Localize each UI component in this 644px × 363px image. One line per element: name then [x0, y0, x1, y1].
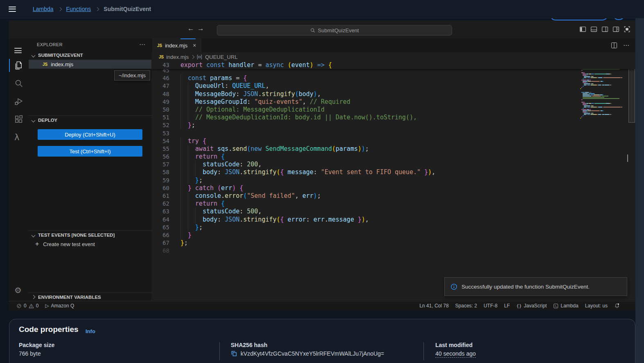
- code-line[interactable]: 57statusCode: 200,: [151, 161, 635, 168]
- problems-counter[interactable]: 0 0: [16, 303, 38, 309]
- breadcrumb-file[interactable]: index.mjs: [166, 54, 189, 60]
- code-line[interactable]: 66}: [151, 231, 635, 239]
- code-line[interactable]: 46const params = {: [151, 74, 635, 82]
- project-section-header[interactable]: SUBMITQUIZEVENT: [29, 51, 151, 60]
- code-editor-area[interactable]: 4546const params = {47QueueUrl: QUEUE_UR…: [151, 61, 635, 300]
- info-link[interactable]: Info: [86, 328, 95, 334]
- explorer-title: EXPLORER: [37, 42, 63, 47]
- indentation[interactable]: Spaces: 2: [455, 303, 477, 309]
- code-line[interactable]: 50// Optional: MessageDeduplicationId: [151, 106, 635, 114]
- layout-sidebar-left-icon[interactable]: [579, 26, 586, 33]
- encoding[interactable]: UTF-8: [484, 303, 498, 309]
- active-tab-indicator: [180, 38, 196, 39]
- code-line[interactable]: 54try {: [151, 137, 635, 145]
- run-debug-icon[interactable]: [9, 92, 29, 110]
- create-test-event[interactable]: + Create new test event: [29, 240, 158, 249]
- cursor-position[interactable]: Ln 41, Col 78: [419, 303, 448, 309]
- code-line[interactable]: 63statusCode: 500,: [151, 208, 635, 215]
- symbol-variable-icon: [196, 54, 203, 60]
- bell-icon[interactable]: [614, 303, 620, 309]
- breadcrumb-symbol[interactable]: QUEUE_URL: [205, 54, 237, 60]
- code-line[interactable]: 68: [151, 247, 635, 255]
- code-text: MessageGroupId: "quiz-events", // Requir…: [180, 98, 350, 106]
- code-line[interactable]: 65};: [151, 224, 635, 231]
- split-editor-icon[interactable]: [611, 42, 617, 49]
- file-path-tooltip: ~/index.mjs: [114, 70, 150, 81]
- breadcrumb-functions[interactable]: Functions: [66, 6, 91, 12]
- amazon-q-label: Amazon Q: [51, 303, 74, 309]
- code-text: };: [180, 121, 195, 129]
- last-modified-time[interactable]: 40 seconds ago: [435, 350, 476, 358]
- code-line[interactable]: 52};: [151, 121, 635, 129]
- sticky-scroll-line[interactable]: 43export const handler = async (event) =…: [151, 61, 635, 69]
- code-line[interactable]: 43export const handler = async (event) =…: [151, 61, 635, 69]
- file-item-indexmjs[interactable]: JS index.mjs: [29, 60, 151, 69]
- panel-title: Code properties: [19, 325, 79, 334]
- aws-lambda-icon[interactable]: λ: [9, 128, 29, 146]
- keyboard-layout[interactable]: Layout: us: [585, 303, 608, 309]
- search-icon[interactable]: [9, 74, 29, 92]
- breadcrumb-lambda[interactable]: Lambda: [33, 6, 54, 12]
- search-icon: [310, 28, 315, 33]
- command-center-search[interactable]: SubmitQuizEvent: [217, 25, 452, 36]
- environment-variables-section-header[interactable]: ENVIRONMENT VARIABLES: [29, 292, 155, 301]
- minimap[interactable]: [580, 61, 627, 131]
- test-events-section-header[interactable]: TEST EVENTS [NONE SELECTED]: [29, 230, 155, 240]
- code-text: await sqs.send(new SendMessageCommand(pa…: [180, 145, 369, 153]
- code-line[interactable]: 64body: JSON.stringify({ error: err.mess…: [151, 216, 635, 224]
- copy-icon[interactable]: [231, 350, 237, 357]
- code-properties-panel: Code properties Info Package size 766 by…: [9, 319, 635, 363]
- code-line[interactable]: 58body: JSON.stringify({ message: "Event…: [151, 168, 635, 176]
- language-mode[interactable]: {} JavaScript: [516, 303, 547, 309]
- line-number: 46: [151, 74, 169, 82]
- code-line[interactable]: 53: [151, 130, 635, 137]
- scrollbar-thumb[interactable]: [628, 61, 635, 123]
- code-text: };: [180, 177, 203, 184]
- code-line[interactable]: 47QueueUrl: QUEUE_URL,: [151, 82, 635, 90]
- eol[interactable]: LF: [504, 303, 510, 309]
- js-file-icon: JS: [157, 43, 162, 48]
- notification-toast[interactable]: Successfully updated the function Submit…: [444, 277, 627, 296]
- deploy-button[interactable]: Deploy (Ctrl+Shift+U): [38, 129, 142, 140]
- forward-icon[interactable]: →: [197, 25, 204, 33]
- close-icon[interactable]: ×: [193, 42, 196, 49]
- breadcrumb-submitquizevent: SubmitQuizEvent: [104, 6, 151, 12]
- line-number: 65: [151, 224, 169, 231]
- code-line[interactable]: 61console.error("Send failed", err);: [151, 192, 635, 200]
- layout-sidebar-right-icon[interactable]: [601, 26, 608, 33]
- code-line[interactable]: 67};: [151, 239, 635, 247]
- code-line[interactable]: 55await sqs.send(new SendMessageCommand(…: [151, 145, 635, 153]
- line-number: 60: [151, 184, 169, 192]
- explorer-more-icon[interactable]: ⋯: [139, 41, 146, 48]
- tab-strip: JS index.mjs × ⋯: [151, 38, 635, 52]
- screen-full-icon[interactable]: [624, 26, 630, 33]
- layout-panel-icon[interactable]: [590, 26, 597, 33]
- customize-layout-icon[interactable]: [612, 26, 619, 33]
- code-line[interactable]: 48MessageBody: JSON.stringify(body),: [151, 90, 635, 98]
- back-icon[interactable]: ←: [187, 25, 194, 33]
- line-number: 58: [151, 168, 169, 176]
- explorer-icon[interactable]: [9, 56, 29, 74]
- menu-icon[interactable]: [9, 38, 29, 56]
- sha256-value: kVzdKyt4VfzGCvaC5NYxeY5lrRFEVmWAlLJu7jAn…: [231, 350, 384, 357]
- code-line[interactable]: 51// MessageDeduplicationId: body.id || …: [151, 114, 635, 121]
- extensions-icon[interactable]: [9, 110, 29, 128]
- line-number: 51: [151, 114, 169, 121]
- code-line[interactable]: 62return {: [151, 200, 635, 208]
- more-actions-icon[interactable]: ⋯: [623, 42, 630, 49]
- code-line[interactable]: 59};: [151, 177, 635, 184]
- deploy-section-header[interactable]: DEPLOY: [29, 115, 155, 125]
- amazon-q-status[interactable]: ▷ Amazon Q: [45, 303, 74, 309]
- nav-menu-icon[interactable]: [9, 7, 16, 12]
- code-text: };: [180, 224, 203, 231]
- settings-icon[interactable]: ⚙: [9, 281, 29, 299]
- code-line[interactable]: 60} catch (err) {: [151, 184, 635, 192]
- code-line[interactable]: 56return {: [151, 153, 635, 161]
- code-line[interactable]: 49MessageGroupId: "quiz-events", // Requ…: [151, 98, 635, 106]
- test-button[interactable]: Test (Ctrl+Shift+I): [38, 146, 142, 157]
- tab-indexmjs[interactable]: JS index.mjs ×: [152, 38, 201, 52]
- line-number: 63: [151, 208, 169, 215]
- code-text: };: [180, 239, 188, 247]
- line-number: 67: [151, 239, 169, 247]
- lambda-toolkit-status[interactable]: Lambda: [553, 303, 578, 309]
